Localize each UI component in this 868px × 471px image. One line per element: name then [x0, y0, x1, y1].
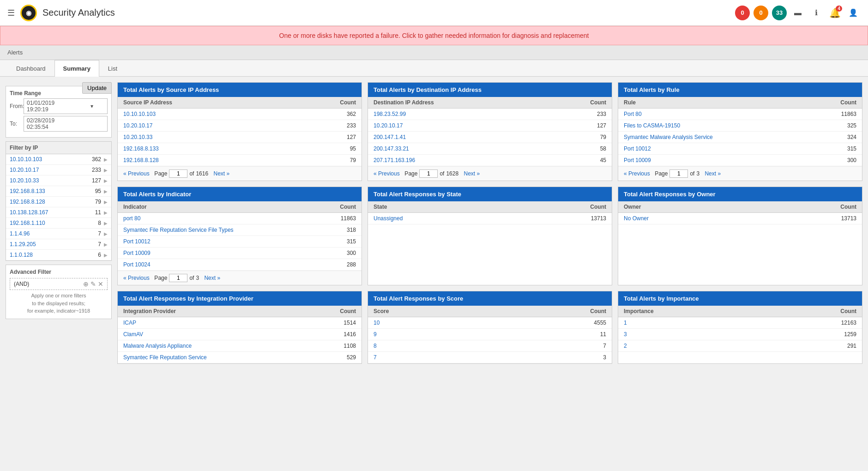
page-dest-ip[interactable] [419, 169, 438, 178]
table-row: ICAP1514 [118, 317, 362, 329]
table-row: 207.171.163.19645 [368, 155, 612, 166]
app-logo: ◉ [20, 5, 37, 21]
next-indicator[interactable]: Next » [204, 275, 220, 281]
filter-ip-row-6[interactable]: 192.168.1.110 8 ▶ [6, 218, 111, 229]
rule-col2: Count [810, 97, 862, 109]
importance-col1: Importance [618, 306, 765, 317]
prev-dest-ip[interactable]: « Previous [374, 170, 400, 177]
score-table: Score Count 104555 911 87 73 [368, 306, 612, 363]
panel-integration-header: Total Alert Responses by Integration Pro… [118, 291, 362, 306]
main-content: Update Time Range From: 01/01/2019 19:20… [0, 77, 868, 375]
filter-ip-row-7[interactable]: 1.1.4.96 7 ▶ [6, 229, 111, 239]
table-row: Port 10024288 [118, 259, 362, 271]
table-row: 10.20.10.17233 [118, 120, 362, 132]
rule-footer: « Previous Page of 3 Next » [618, 166, 862, 181]
user-avatar[interactable]: 👤 [846, 6, 861, 20]
filter-by-ip-section: Filter by IP 10.10.10.103 362 ▶ 10.20.10… [6, 141, 112, 261]
dest-ip-footer: « Previous Page of 1628 Next » [368, 166, 612, 181]
indicator-col1: Indicator [118, 201, 317, 213]
arrow-icon: ▶ [104, 231, 108, 236]
table-row: 2291 [618, 340, 862, 352]
arrow-icon: ▶ [104, 221, 108, 226]
alert-banner[interactable]: One or more disks have reported a failur… [0, 26, 868, 45]
dest-ip-col2: Count [545, 97, 612, 109]
integration-col2: Count [307, 306, 362, 317]
from-date-input[interactable]: 01/01/2019 19:20:19 ▾ [24, 98, 108, 114]
panel-score: Total Alert Responses by Score Score Cou… [368, 291, 612, 364]
prev-source-ip[interactable]: « Previous [123, 170, 150, 177]
owner-col2: Count [757, 201, 862, 213]
info-icon[interactable]: ℹ [809, 6, 824, 20]
header-left: ☰ ◉ Security Analytics [7, 5, 735, 21]
source-ip-col1: Source IP Address [118, 97, 286, 109]
next-rule[interactable]: Next » [705, 170, 721, 177]
table-row: 200.147.1.4179 [368, 132, 612, 143]
page-source-ip[interactable] [169, 169, 187, 178]
tab-list[interactable]: List [99, 60, 126, 77]
filter-ip-row-3[interactable]: 192.168.8.133 95 ▶ [6, 186, 111, 197]
filter-ip-row-8[interactable]: 1.1.29.205 7 ▶ [6, 239, 111, 250]
score-col1: Score [368, 306, 488, 317]
prev-indicator[interactable]: « Previous [123, 275, 150, 281]
filter-ip-row-4[interactable]: 192.168.8.128 79 ▶ [6, 197, 111, 207]
update-button[interactable]: Update [82, 82, 112, 94]
advanced-filter-section: Advanced Filter (AND) ⊕ ✎ ✕ Apply one or… [6, 265, 112, 319]
filter-condition-box[interactable]: (AND) ⊕ ✎ ✕ [10, 278, 108, 290]
time-to-row: To: 02/28/2019 02:35:54 [10, 116, 108, 132]
time-from-row: From: 01/01/2019 19:20:19 ▾ [10, 98, 108, 114]
table-row: Port 10012315 [618, 143, 862, 155]
menu-icon[interactable]: ☰ [7, 8, 15, 18]
filter-icon-group: ⊕ ✎ ✕ [83, 280, 103, 288]
add-filter-icon[interactable]: ⊕ [83, 280, 89, 288]
panel-score-header: Total Alert Responses by Score [368, 291, 612, 306]
page-rule[interactable] [669, 169, 688, 178]
sidebar: Update Time Range From: 01/01/2019 19:20… [6, 82, 112, 369]
panel-state: Total Alert Responses by State State Cou… [368, 187, 612, 285]
table-row: port 8011863 [118, 213, 362, 224]
to-date-input[interactable]: 02/28/2019 02:35:54 [24, 116, 108, 132]
table-row: Symantec Malware Analysis Service324 [618, 132, 862, 143]
state-col1: State [368, 201, 514, 213]
table-row: 200.147.33.2158 [368, 143, 612, 155]
table-row: No Owner13713 [618, 213, 862, 224]
breadcrumb: Alerts [0, 45, 868, 60]
table-row: Symantec File Reputation Service529 [118, 352, 362, 363]
panel-owner-header: Total Alert Responses by Owner [618, 187, 862, 201]
header-right: 0 0 33 ▬ ℹ 🔔 4 👤 [735, 6, 861, 20]
indicator-table: Indicator Count port 8011863 Symantec Fi… [118, 201, 362, 271]
owner-table: Owner Count No Owner13713 [618, 201, 862, 224]
table-row: Symantec File Reputation Service File Ty… [118, 224, 362, 236]
notification-badge: 4 [836, 6, 842, 12]
notifications-button[interactable]: 🔔 4 [827, 6, 842, 20]
badge-orange-button[interactable]: 0 [753, 6, 768, 20]
arrow-icon: ▶ [104, 210, 108, 215]
filter-ip-row-1[interactable]: 10.20.10.17 233 ▶ [6, 165, 111, 175]
tab-dashboard[interactable]: Dashboard [7, 60, 54, 77]
grid-row-2: Total Alerts by Indicator Indicator Coun… [117, 187, 862, 285]
next-dest-ip[interactable]: Next » [464, 170, 480, 177]
table-row: 192.168.8.13395 [118, 143, 362, 155]
filter-ip-row-2[interactable]: 10.20.10.33 127 ▶ [6, 175, 111, 186]
badge-teal-button[interactable]: 33 [772, 6, 787, 20]
grid-area: Total Alerts by Source IP Address Source… [117, 82, 862, 369]
tab-summary[interactable]: Summary [54, 60, 99, 77]
next-source-ip[interactable]: Next » [213, 170, 229, 177]
source-ip-footer: « Previous Page of 1616 Next » [118, 166, 362, 181]
panel-indicator: Total Alerts by Indicator Indicator Coun… [117, 187, 362, 285]
table-row: 911 [368, 329, 612, 340]
filter-ip-row-9[interactable]: 1.1.0.128 6 ▶ [6, 250, 111, 260]
panel-dest-ip: Total Alerts by Destination IP Address D… [368, 82, 612, 181]
badge-red-button[interactable]: 0 [735, 6, 750, 20]
importance-table: Importance Count 112163 31259 2291 [618, 306, 862, 352]
edit-filter-icon[interactable]: ✎ [90, 280, 96, 288]
table-row: Files to CASMA-19150325 [618, 120, 862, 132]
filter-ip-row-0[interactable]: 10.10.10.103 362 ▶ [6, 154, 111, 165]
page-indicator[interactable] [169, 274, 187, 282]
panel-importance: Total Alerts by Importance Importance Co… [618, 291, 862, 364]
tabs-bar: Dashboard Summary List [0, 60, 868, 77]
bar-chart-icon[interactable]: ▬ [790, 6, 805, 20]
filter-ip-row-5[interactable]: 10.138.128.167 11 ▶ [6, 207, 111, 218]
source-ip-col2: Count [286, 97, 362, 109]
prev-rule[interactable]: « Previous [624, 170, 650, 177]
delete-filter-icon[interactable]: ✕ [98, 280, 103, 288]
